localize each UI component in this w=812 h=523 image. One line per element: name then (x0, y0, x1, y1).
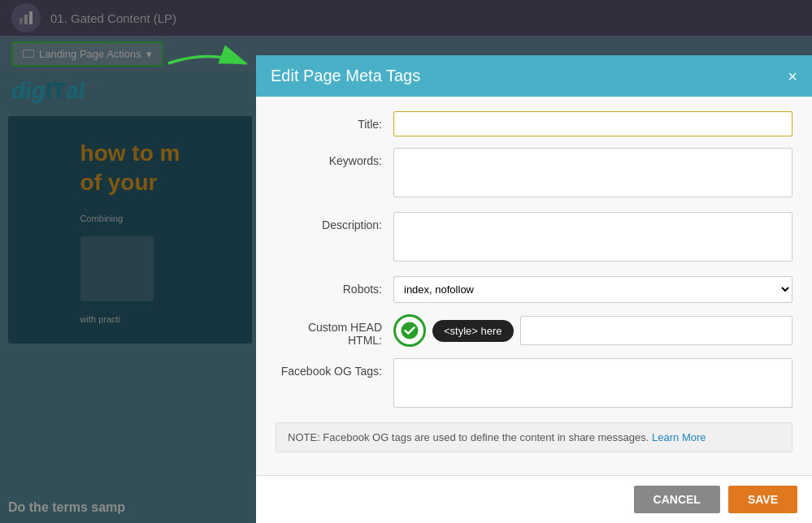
custom-head-input[interactable] (520, 316, 792, 345)
description-control (393, 212, 792, 265)
description-label: Description: (276, 212, 393, 231)
edit-meta-tags-modal: Edit Page Meta Tags × Title: Keywords: D… (256, 55, 812, 523)
robots-control: index, follow index, nofollow noindex, f… (393, 276, 792, 303)
facebook-row: Facebook OG Tags: (276, 358, 792, 411)
title-control (393, 111, 792, 136)
custom-head-wrap: <style> here (393, 314, 792, 347)
title-row: Title: (276, 111, 792, 136)
facebook-control (393, 358, 792, 411)
robots-label: Robots: (276, 276, 393, 296)
svg-point-4 (402, 322, 418, 339)
keywords-label: Keywords: (276, 148, 393, 167)
custom-head-row: Custom HEAD HTML: <style> here (276, 314, 792, 347)
description-row: Description: (276, 212, 792, 265)
robots-select[interactable]: index, follow index, nofollow noindex, f… (393, 276, 792, 303)
keywords-row: Keywords: (276, 148, 792, 201)
custom-head-label: Custom HEAD HTML: (276, 314, 393, 347)
note-banner: NOTE: Facebook OG tags are used to defin… (276, 422, 792, 452)
note-text: NOTE: Facebook OG tags are used to defin… (288, 431, 649, 443)
modal-footer: CANCEL SAVE (256, 475, 812, 523)
title-input[interactable] (393, 111, 792, 136)
custom-head-tooltip: <style> here (432, 320, 514, 342)
facebook-label: Facebook OG Tags: (276, 358, 393, 378)
custom-head-control: <style> here (393, 314, 792, 347)
learn-more-link[interactable]: Learn More (652, 431, 706, 443)
cancel-button[interactable]: CANCEL (634, 486, 720, 513)
modal-title: Edit Page Meta Tags (271, 67, 420, 85)
robots-row: Robots: index, follow index, nofollow no… (276, 276, 792, 303)
check-circle-icon (393, 314, 426, 347)
save-button[interactable]: SAVE (728, 486, 797, 513)
modal-header: Edit Page Meta Tags × (256, 55, 812, 97)
title-label: Title: (276, 111, 393, 131)
modal-body: Title: Keywords: Description: Robots: i (256, 97, 812, 475)
keywords-control (393, 148, 792, 201)
keywords-input[interactable] (393, 148, 792, 197)
description-input[interactable] (393, 212, 792, 262)
facebook-input[interactable] (393, 358, 792, 408)
modal-close-button[interactable]: × (788, 68, 797, 84)
